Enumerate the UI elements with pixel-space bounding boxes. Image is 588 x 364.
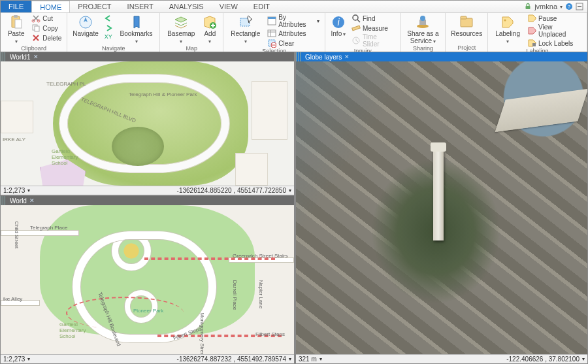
add-data-icon [202,14,218,30]
street-label: Napier Lane [258,280,264,309]
svg-text:?: ? [568,4,571,10]
view-unplaced-icon [527,26,536,35]
park-label: Telegraph Hill & Pioneer Park [129,92,197,97]
map-world[interactable]: Telegraph Place Child Street Telegraph H… [1,205,294,354]
info-button[interactable]: i Info [329,14,348,39]
resources-button[interactable]: Resources [449,14,483,39]
pause-icon [527,14,536,23]
pane-world1: World1✕ Telegraph Hill & Pioneer Park TE… [0,52,295,195]
labeling-button[interactable]: Labeling [492,14,523,45]
resources-icon [459,14,474,30]
cut-button[interactable]: Cut [30,14,63,23]
pane-world-title[interactable]: World [10,197,27,205]
clear-icon [267,39,276,48]
scale[interactable]: 1:2,273 [3,187,25,194]
tab-view[interactable]: VIEW [212,1,246,12]
info-icon: i [331,14,346,30]
navigate-button[interactable]: Navigate [71,14,99,39]
collapse-ribbon-icon[interactable] [576,3,583,10]
attributes-icon [267,29,276,38]
find-button[interactable]: Find [350,14,397,23]
close-icon[interactable]: ✕ [344,54,350,60]
pause-button[interactable]: Pause [526,14,583,23]
map-world1[interactable]: Telegraph Hill & Pioneer Park TELEGRAPH … [1,61,294,186]
arrow-right-icon [104,24,113,33]
share-button[interactable]: Share as a Service [405,14,442,45]
measure-button[interactable]: Measure [350,24,397,33]
coords: -13626124.885220 , 4551477.722850 [177,187,286,194]
ribbon-group-inquiry: i Info Find Measure Time Slider Inquiry [325,13,401,52]
lock-labels-button[interactable]: Lock Labels [526,39,583,48]
street-label: Greenwich Street Stairs [233,253,287,259]
tab-home[interactable]: HOME [31,1,70,12]
svg-rect-0 [526,6,531,9]
ribbon-group-selection: Rectangle By Attributes▾ Attributes Clea… [223,13,325,52]
help-icon[interactable]: ? [565,3,573,10]
rectangle-button[interactable]: Rectangle [227,14,263,45]
lock-labels-icon [527,39,536,48]
map-globe[interactable] [296,61,587,354]
svg-point-25 [353,15,358,20]
svg-rect-27 [352,25,361,31]
by-attributes-button[interactable]: By Attributes▾ [266,14,321,28]
street-label: ike Alley [3,296,22,302]
prev-extent-button[interactable] [103,14,114,23]
copy-button[interactable]: Copy [30,24,63,33]
svg-rect-35 [532,43,536,46]
coords: -13626274.887232 , 4551492.789574 [177,356,286,363]
statusbar-globe: 321 m▾ -122.406626 , 37.802100▾ [296,354,587,363]
paste-label: Paste [6,31,26,44]
labeling-icon [500,14,515,30]
street-label: Filbert Steps [255,331,285,337]
distance[interactable]: 321 m [299,356,317,363]
view-unplaced-button[interactable]: View Unplaced [526,24,583,38]
xy-button[interactable]: XY [103,33,114,40]
ribbon-group-sharing: Share as a Service Sharing [401,13,446,52]
street-label: Darrell Place [232,280,238,310]
basemap-button[interactable]: Basemap [164,14,198,45]
paste-button[interactable]: Paste [5,14,27,45]
grip-icon[interactable] [1,196,6,205]
next-extent-button[interactable] [103,24,114,33]
grip-icon[interactable] [1,52,6,61]
ribbon-group-labeling: Labeling Pause View Unplaced Lock Labels… [488,13,587,52]
coit-tower [433,149,444,240]
street-label: Telegraph Place [30,225,67,231]
close-icon[interactable]: ✕ [33,54,39,60]
user-area[interactable]: jvmkna ▾ ? [520,3,587,10]
school-label: Garfield Elementary School [52,148,79,166]
tab-analysis[interactable]: ANALYSIS [161,1,212,12]
street-label: IRKE ALY [3,137,25,142]
tab-edit[interactable]: EDIT [246,1,278,12]
attributes-button[interactable]: Attributes [266,29,321,38]
coords: -122.406626 , 37.802100 [506,356,580,363]
pane-globe: Globe layers✕ 321 m▾ -122.406626 , 37.80… [295,52,588,364]
tab-project[interactable]: PROJECT [70,1,119,12]
rectangle-icon [238,14,253,30]
clear-button[interactable]: Clear [266,39,321,48]
tab-insert[interactable]: INSERT [120,1,161,12]
find-icon [351,14,361,23]
ribbon-group-clipboard: Paste Cut Copy Delete Clipboard [1,13,67,52]
add-data-button[interactable]: Add [201,14,219,45]
close-icon[interactable]: ✕ [29,197,35,204]
user-dropdown-icon: ▾ [560,4,563,10]
pane-world-tabbar: World✕ [1,196,294,205]
workspace: World1✕ Telegraph Hill & Pioneer Park TE… [0,52,588,364]
pane-world1-title[interactable]: World1 [10,54,31,61]
file-tab[interactable]: FILE [1,1,31,12]
delete-button[interactable]: Delete [30,33,63,42]
svg-rect-16 [268,17,276,19]
scale[interactable]: 1:2,273 [3,356,25,363]
measure-icon [351,24,361,33]
pane-globe-title[interactable]: Globe layers [305,54,342,61]
pane-world1-tabbar: World1✕ [1,52,294,61]
school-label: Garfield Elementary School [59,322,86,339]
svg-rect-11 [35,26,39,31]
svg-point-31 [420,16,425,21]
paste-icon [8,14,24,30]
grip-icon[interactable] [296,52,301,61]
bookmarks-button[interactable]: Bookmarks [117,14,156,45]
svg-point-34 [504,20,506,22]
svg-rect-7 [15,20,22,28]
